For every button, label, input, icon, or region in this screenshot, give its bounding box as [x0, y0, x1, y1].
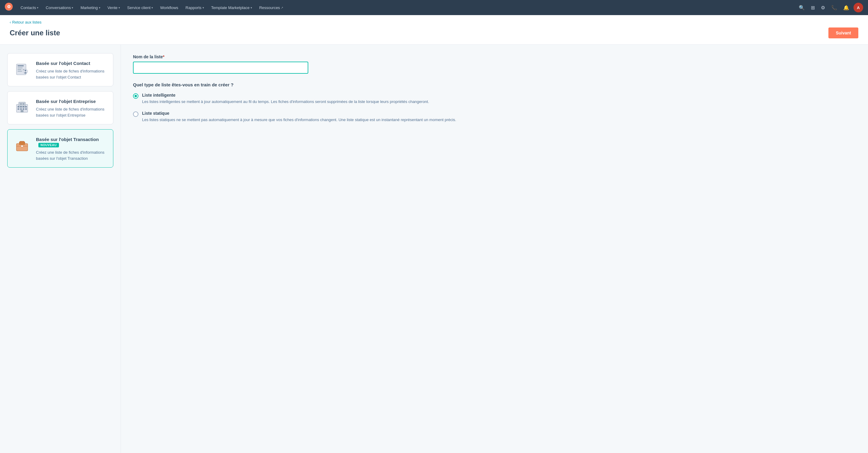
- card-contact-text: Basée sur l'objet Contact Créez une list…: [36, 61, 107, 80]
- page-title: Créer une liste: [10, 29, 60, 37]
- required-marker: *: [163, 54, 164, 59]
- nav-workflows[interactable]: Workflows: [157, 4, 181, 12]
- svg-rect-18: [20, 108, 22, 110]
- nav-right-actions: 🔍 ⊞ ⚙ 📞 🔔 A: [797, 3, 863, 12]
- radio-statique-desc: Les listes statiques ne se mettent pas a…: [142, 117, 456, 123]
- card-entreprise-title: Basée sur l'objet Entreprise: [36, 99, 107, 104]
- notifications-icon[interactable]: 🔔: [841, 3, 851, 12]
- svg-rect-20: [25, 108, 27, 110]
- svg-rect-5: [18, 69, 22, 70]
- radio-statique-content: Liste statique Les listes statiques ne s…: [142, 111, 456, 123]
- main-content: Basée sur l'objet Contact Créez une list…: [0, 45, 868, 453]
- chevron-down-icon: ▾: [151, 6, 153, 9]
- page-wrapper: ‹ Retour aux listes Créer une liste Suiv…: [0, 15, 868, 453]
- suivant-button[interactable]: Suivant: [829, 28, 858, 38]
- breadcrumb[interactable]: ‹ Retour aux listes: [10, 20, 858, 25]
- radio-option-statique[interactable]: Liste statique Les listes statiques ne s…: [133, 111, 856, 123]
- svg-rect-6: [18, 71, 22, 72]
- nav-ressources[interactable]: Ressources ↗: [256, 4, 286, 12]
- chevron-down-icon: ▾: [203, 6, 204, 9]
- svg-rect-16: [25, 106, 27, 107]
- top-navigation: ⚙ Contacts ▾ Conversations ▾ Marketing ▾…: [0, 0, 868, 15]
- hubspot-logo[interactable]: ⚙: [5, 3, 13, 12]
- list-name-label: Nom de la liste*: [133, 54, 856, 59]
- type-question: Quel type de liste êtes-vous en train de…: [133, 82, 856, 87]
- svg-point-9: [25, 70, 26, 72]
- nav-marketing[interactable]: Marketing ▾: [78, 4, 103, 12]
- page-header: ‹ Retour aux listes Créer une liste Suiv…: [0, 15, 868, 45]
- svg-rect-13: [18, 106, 19, 107]
- radio-intelligente-desc: Les listes intelligentes se mettent à jo…: [142, 99, 429, 105]
- svg-point-10: [24, 72, 26, 74]
- badge-nouveau: NOUVEAU: [38, 143, 59, 148]
- svg-rect-19: [23, 108, 25, 110]
- external-link-icon: ↗: [281, 6, 283, 9]
- svg-rect-17: [18, 108, 19, 110]
- entreprise-icon: [13, 99, 31, 116]
- breadcrumb-label: Retour aux listes: [12, 20, 41, 25]
- card-entreprise[interactable]: Basée sur l'objet Entreprise Créez une l…: [7, 91, 113, 124]
- card-transaction-text: Basée sur l'objet Transaction NOUVEAU Cr…: [36, 137, 107, 161]
- chevron-down-icon: ▾: [37, 6, 38, 9]
- chevron-down-icon: ▾: [119, 6, 120, 9]
- radio-group: Liste intelligente Les listes intelligen…: [133, 93, 856, 123]
- chevron-down-icon: ▾: [251, 6, 252, 9]
- radio-intelligente[interactable]: [133, 93, 138, 99]
- svg-rect-3: [18, 65, 24, 66]
- avatar[interactable]: A: [854, 3, 863, 12]
- svg-rect-4: [18, 67, 23, 68]
- breadcrumb-arrow: ‹: [10, 20, 11, 25]
- chevron-down-icon: ▾: [72, 6, 73, 9]
- list-name-input[interactable]: [133, 62, 308, 74]
- marketplace-icon[interactable]: ⊞: [809, 3, 817, 12]
- chevron-down-icon: ▾: [99, 6, 100, 9]
- card-contact-title: Basée sur l'objet Contact: [36, 61, 107, 66]
- nav-vente[interactable]: Vente ▾: [104, 4, 123, 12]
- svg-rect-27: [21, 145, 23, 147]
- nav-conversations[interactable]: Conversations ▾: [42, 4, 76, 12]
- left-panel: Basée sur l'objet Contact Créez une list…: [0, 45, 121, 453]
- nav-template-marketplace[interactable]: Template Marketplace ▾: [208, 4, 255, 12]
- svg-rect-23: [21, 110, 23, 112]
- page-header-row: Créer une liste Suivant: [10, 28, 858, 38]
- card-transaction[interactable]: Basée sur l'objet Transaction NOUVEAU Cr…: [7, 129, 113, 168]
- radio-intelligente-content: Liste intelligente Les listes intelligen…: [142, 93, 429, 105]
- card-entreprise-text: Basée sur l'objet Entreprise Créez une l…: [36, 99, 107, 118]
- radio-statique[interactable]: [133, 111, 138, 117]
- svg-rect-12: [19, 102, 25, 107]
- svg-rect-14: [20, 106, 22, 107]
- radio-option-intelligente[interactable]: Liste intelligente Les listes intelligen…: [133, 93, 856, 105]
- card-contact-desc: Créez une liste de fiches d'informations…: [36, 68, 107, 80]
- contact-icon: [13, 61, 31, 77]
- nav-service-client[interactable]: Service client ▾: [124, 4, 156, 12]
- radio-statique-label: Liste statique: [142, 111, 456, 116]
- phone-icon[interactable]: 📞: [829, 3, 839, 12]
- svg-rect-22: [23, 103, 25, 105]
- nav-contacts[interactable]: Contacts ▾: [18, 4, 41, 12]
- card-transaction-title: Basée sur l'objet Transaction NOUVEAU: [36, 137, 107, 147]
- right-panel: Nom de la liste* Quel type de liste êtes…: [121, 45, 868, 453]
- radio-intelligente-label: Liste intelligente: [142, 93, 429, 98]
- svg-rect-21: [20, 103, 22, 105]
- svg-text:⚙: ⚙: [7, 4, 11, 9]
- transaction-icon: [13, 137, 31, 154]
- settings-icon[interactable]: ⚙: [819, 3, 827, 12]
- svg-rect-15: [23, 106, 25, 107]
- card-contact[interactable]: Basée sur l'objet Contact Créez une list…: [7, 53, 113, 86]
- card-entreprise-desc: Créez une liste de fiches d'informations…: [36, 106, 107, 118]
- card-transaction-desc: Créez une liste de fiches d'informations…: [36, 150, 107, 161]
- search-icon[interactable]: 🔍: [797, 3, 807, 12]
- nav-rapports[interactable]: Rapports ▾: [183, 4, 207, 12]
